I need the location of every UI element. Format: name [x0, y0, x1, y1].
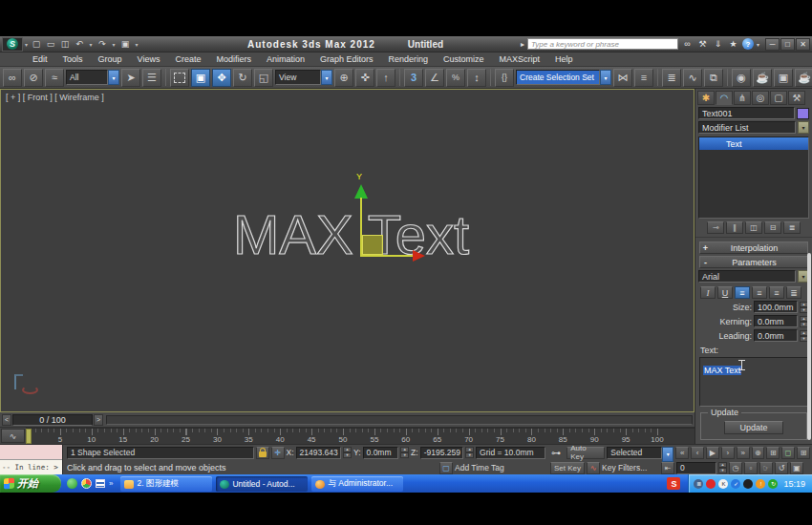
time-configuration-icon[interactable]: ◷ [729, 462, 742, 474]
menu-item[interactable]: Tools [55, 54, 91, 64]
rendered-frame-window-icon[interactable]: ▣ [774, 69, 793, 87]
gizmo-x-axis-line[interactable] [362, 255, 415, 257]
help-caret-icon[interactable]: ▾ [757, 41, 759, 48]
time-slider-frame-display[interactable]: 0 / 100 [12, 414, 93, 426]
layer-manager-icon[interactable]: ≣ [662, 69, 681, 87]
menu-item[interactable]: MAXScript [492, 54, 548, 64]
tray-icon[interactable] [706, 479, 716, 489]
orbit-icon[interactable]: ↺ [775, 462, 788, 474]
undo-caret-icon[interactable]: ▾ [87, 41, 95, 48]
font-dropdown[interactable]: Arial [698, 270, 796, 283]
menu-item[interactable]: Group [91, 54, 130, 64]
timeline-handle[interactable] [26, 429, 32, 444]
sign-in-icon[interactable]: ⚒ [696, 38, 709, 50]
undo-icon[interactable]: ↶ [73, 38, 86, 51]
tab-hierarchy-icon[interactable]: ⋔ [734, 91, 751, 105]
x-coordinate-field[interactable]: 21493.643 [296, 447, 342, 459]
app-menu-caret-icon[interactable]: ▾ [25, 41, 28, 48]
tray-icon[interactable]: ↻ [768, 479, 778, 489]
align-left-button[interactable]: ≡ [735, 286, 750, 299]
material-editor-icon[interactable]: ◉ [732, 69, 751, 87]
curve-editor-icon[interactable]: ∿ [683, 69, 702, 87]
taskbar-item-chat[interactable]: 与 Administrator... [311, 476, 403, 492]
auto-key-button[interactable]: Auto Key [566, 447, 605, 459]
menu-item[interactable]: Customize [436, 54, 492, 64]
panel-scrollbar[interactable] [807, 253, 811, 440]
dropdown-chevron-icon[interactable]: ▾ [108, 70, 119, 85]
modifier-stack[interactable]: Text [698, 136, 809, 219]
key-mode-toggle-icon[interactable]: ⇤ [661, 462, 674, 474]
quick-launch-more-icon[interactable]: » [109, 479, 113, 488]
reference-coordinate-dropdown[interactable]: View ▾ [275, 70, 332, 85]
rectangular-selection-region-icon[interactable] [170, 69, 189, 87]
named-selection-sets-dropdown[interactable]: Create Selection Set ▾ [516, 70, 611, 85]
tab-modify-icon[interactable]: ◠ [716, 91, 733, 105]
infocenter-search-input[interactable] [527, 38, 678, 50]
tab-display-icon[interactable]: ▢ [770, 91, 787, 105]
rollout-interpolation[interactable]: + Interpolation [699, 242, 808, 254]
object-color-swatch[interactable] [797, 108, 809, 119]
maximize-viewport-icon[interactable]: ▣ [790, 462, 803, 474]
favorites-star-icon[interactable]: ★ [727, 38, 739, 50]
keyboard-override-icon[interactable]: ↑ [376, 69, 395, 87]
rollout-expand-icon[interactable]: + [700, 243, 711, 253]
quick-launch-list-icon[interactable] [96, 479, 105, 488]
align-icon[interactable]: ≡ [634, 69, 653, 87]
set-key-button[interactable]: Set Key [550, 462, 585, 474]
add-time-tag[interactable]: Add Time Tag [455, 463, 537, 472]
menu-item[interactable]: Views [130, 54, 168, 64]
text-entry-area[interactable]: MAX Text [699, 357, 808, 407]
zoom-icon[interactable]: ⊕ [752, 447, 765, 459]
menu-item[interactable]: Graph Editors [312, 54, 381, 64]
render-production-icon[interactable]: ☕ [795, 69, 812, 87]
kerning-field[interactable]: 0.0mm [754, 315, 798, 327]
isolate-selection-icon[interactable]: ▢ [439, 462, 453, 474]
current-frame-field[interactable]: 0 [676, 462, 716, 474]
unlink-selection-icon[interactable]: ⊘ [24, 69, 43, 87]
tray-icon[interactable]: ✓ [731, 479, 740, 489]
front-viewport[interactable]: [ + ] [ Front ] [ Wireframe ] MAX Text Y [0, 89, 694, 412]
macro-recorder-line[interactable] [0, 445, 62, 460]
open-file-icon[interactable]: ▭ [44, 38, 57, 51]
infocenter-collapse-icon[interactable]: ▸ [521, 40, 524, 49]
z-coordinate-field[interactable]: -9195.259 [420, 447, 464, 459]
tray-icon[interactable]: ! [756, 479, 765, 489]
percent-snap-icon[interactable]: % [446, 69, 465, 87]
select-and-move-icon[interactable]: ✥ [212, 69, 231, 87]
menu-item[interactable]: Edit [25, 54, 55, 64]
italic-button[interactable]: I [700, 286, 716, 299]
key-filters-button[interactable]: Key Filters... [602, 463, 659, 472]
search-binoculars-icon[interactable]: ∞ [681, 38, 694, 50]
snap-toggle-3d-icon[interactable]: 3 [404, 69, 423, 87]
make-unique-icon[interactable]: ◫ [745, 221, 762, 234]
dropdown-chevron-icon[interactable]: ▾ [600, 70, 611, 85]
save-file-icon[interactable]: ◫ [58, 38, 72, 51]
select-and-rotate-icon[interactable]: ↻ [233, 69, 252, 87]
pin-stack-icon[interactable]: ⊸ [707, 221, 724, 234]
modifier-list-chevron-icon[interactable]: ▾ [798, 121, 809, 134]
time-slider-track[interactable] [106, 415, 693, 425]
maxscript-mini-listener[interactable]: -- In line: > [0, 445, 63, 475]
gizmo-y-arrow-icon[interactable] [354, 184, 368, 199]
x-spinner[interactable]: ▲▼ [343, 447, 352, 458]
scene-text-shape[interactable]: MAX Text [233, 202, 469, 266]
viewport-label[interactable]: [ + ] [ Front ] [ Wireframe ] [6, 93, 104, 102]
z-spinner[interactable]: ▲▼ [465, 447, 474, 458]
project-caret-icon[interactable]: ▾ [133, 41, 140, 48]
pan-hand-icon[interactable]: ☞ [759, 462, 773, 474]
go-to-start-icon[interactable]: « [675, 447, 689, 459]
spinner-snap-icon[interactable]: ↕ [467, 69, 486, 87]
tab-create-icon[interactable]: ✱ [697, 91, 715, 105]
align-justify-button[interactable]: ≣ [786, 286, 801, 299]
edit-named-selection-sets-icon[interactable]: {} [495, 69, 514, 87]
zoom-extents-icon[interactable]: ◻ [781, 447, 795, 459]
underline-button[interactable]: U [717, 286, 733, 299]
mirror-icon[interactable]: ⋈ [613, 69, 632, 87]
next-frame-icon[interactable]: › [721, 447, 735, 459]
select-and-manipulate-icon[interactable]: ✜ [355, 69, 374, 87]
tray-icon[interactable]: K [718, 479, 728, 489]
timeline-ruler[interactable]: 0510152025303540455055606570758085909510… [26, 428, 694, 444]
go-to-end-icon[interactable]: » [737, 447, 750, 459]
dropdown-chevron-icon[interactable]: ▾ [321, 70, 332, 85]
input-method-icon[interactable]: S [667, 477, 680, 490]
